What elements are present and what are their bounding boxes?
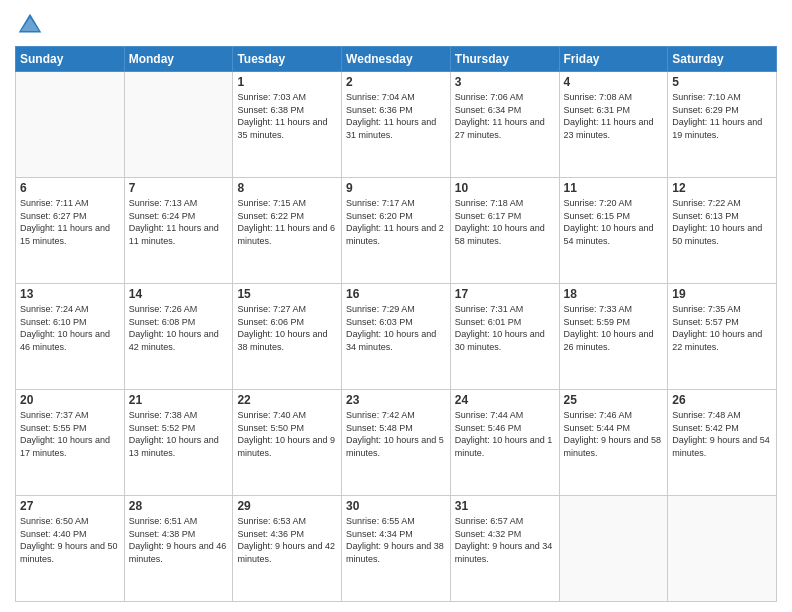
- day-number: 30: [346, 499, 446, 513]
- header: [15, 10, 777, 40]
- cell-info: Sunrise: 7:03 AMSunset: 6:38 PMDaylight:…: [237, 91, 337, 141]
- day-number: 10: [455, 181, 555, 195]
- cell-info: Sunrise: 7:26 AMSunset: 6:08 PMDaylight:…: [129, 303, 229, 353]
- calendar-cell: 24Sunrise: 7:44 AMSunset: 5:46 PMDayligh…: [450, 390, 559, 496]
- calendar-cell: 6Sunrise: 7:11 AMSunset: 6:27 PMDaylight…: [16, 178, 125, 284]
- day-number: 6: [20, 181, 120, 195]
- page: SundayMondayTuesdayWednesdayThursdayFrid…: [0, 0, 792, 612]
- calendar-cell: 7Sunrise: 7:13 AMSunset: 6:24 PMDaylight…: [124, 178, 233, 284]
- calendar-week-1: 1Sunrise: 7:03 AMSunset: 6:38 PMDaylight…: [16, 72, 777, 178]
- calendar-cell: 31Sunrise: 6:57 AMSunset: 4:32 PMDayligh…: [450, 496, 559, 602]
- day-number: 1: [237, 75, 337, 89]
- cell-info: Sunrise: 6:51 AMSunset: 4:38 PMDaylight:…: [129, 515, 229, 565]
- calendar-cell: [559, 496, 668, 602]
- weekday-header-monday: Monday: [124, 47, 233, 72]
- calendar-week-2: 6Sunrise: 7:11 AMSunset: 6:27 PMDaylight…: [16, 178, 777, 284]
- calendar-cell: 8Sunrise: 7:15 AMSunset: 6:22 PMDaylight…: [233, 178, 342, 284]
- cell-info: Sunrise: 7:17 AMSunset: 6:20 PMDaylight:…: [346, 197, 446, 247]
- day-number: 22: [237, 393, 337, 407]
- cell-info: Sunrise: 7:04 AMSunset: 6:36 PMDaylight:…: [346, 91, 446, 141]
- cell-info: Sunrise: 7:44 AMSunset: 5:46 PMDaylight:…: [455, 409, 555, 459]
- calendar-week-3: 13Sunrise: 7:24 AMSunset: 6:10 PMDayligh…: [16, 284, 777, 390]
- day-number: 7: [129, 181, 229, 195]
- day-number: 19: [672, 287, 772, 301]
- day-number: 2: [346, 75, 446, 89]
- day-number: 31: [455, 499, 555, 513]
- cell-info: Sunrise: 6:55 AMSunset: 4:34 PMDaylight:…: [346, 515, 446, 565]
- day-number: 14: [129, 287, 229, 301]
- cell-info: Sunrise: 6:50 AMSunset: 4:40 PMDaylight:…: [20, 515, 120, 565]
- cell-info: Sunrise: 7:08 AMSunset: 6:31 PMDaylight:…: [564, 91, 664, 141]
- day-number: 18: [564, 287, 664, 301]
- day-number: 5: [672, 75, 772, 89]
- calendar-cell: 3Sunrise: 7:06 AMSunset: 6:34 PMDaylight…: [450, 72, 559, 178]
- calendar-cell: 21Sunrise: 7:38 AMSunset: 5:52 PMDayligh…: [124, 390, 233, 496]
- cell-info: Sunrise: 7:22 AMSunset: 6:13 PMDaylight:…: [672, 197, 772, 247]
- weekday-header-sunday: Sunday: [16, 47, 125, 72]
- day-number: 25: [564, 393, 664, 407]
- cell-info: Sunrise: 6:53 AMSunset: 4:36 PMDaylight:…: [237, 515, 337, 565]
- calendar-cell: 26Sunrise: 7:48 AMSunset: 5:42 PMDayligh…: [668, 390, 777, 496]
- day-number: 3: [455, 75, 555, 89]
- cell-info: Sunrise: 7:27 AMSunset: 6:06 PMDaylight:…: [237, 303, 337, 353]
- day-number: 16: [346, 287, 446, 301]
- cell-info: Sunrise: 7:13 AMSunset: 6:24 PMDaylight:…: [129, 197, 229, 247]
- cell-info: Sunrise: 7:29 AMSunset: 6:03 PMDaylight:…: [346, 303, 446, 353]
- cell-info: Sunrise: 7:15 AMSunset: 6:22 PMDaylight:…: [237, 197, 337, 247]
- cell-info: Sunrise: 6:57 AMSunset: 4:32 PMDaylight:…: [455, 515, 555, 565]
- day-number: 20: [20, 393, 120, 407]
- calendar-cell: 15Sunrise: 7:27 AMSunset: 6:06 PMDayligh…: [233, 284, 342, 390]
- calendar-cell: 19Sunrise: 7:35 AMSunset: 5:57 PMDayligh…: [668, 284, 777, 390]
- day-number: 8: [237, 181, 337, 195]
- day-number: 11: [564, 181, 664, 195]
- calendar-cell: 1Sunrise: 7:03 AMSunset: 6:38 PMDaylight…: [233, 72, 342, 178]
- calendar-cell: 27Sunrise: 6:50 AMSunset: 4:40 PMDayligh…: [16, 496, 125, 602]
- day-number: 23: [346, 393, 446, 407]
- day-number: 13: [20, 287, 120, 301]
- calendar-cell: [124, 72, 233, 178]
- cell-info: Sunrise: 7:18 AMSunset: 6:17 PMDaylight:…: [455, 197, 555, 247]
- cell-info: Sunrise: 7:35 AMSunset: 5:57 PMDaylight:…: [672, 303, 772, 353]
- calendar-cell: 16Sunrise: 7:29 AMSunset: 6:03 PMDayligh…: [342, 284, 451, 390]
- cell-info: Sunrise: 7:20 AMSunset: 6:15 PMDaylight:…: [564, 197, 664, 247]
- day-number: 26: [672, 393, 772, 407]
- logo-icon: [15, 10, 45, 40]
- calendar-cell: 13Sunrise: 7:24 AMSunset: 6:10 PMDayligh…: [16, 284, 125, 390]
- day-number: 21: [129, 393, 229, 407]
- calendar-cell: [668, 496, 777, 602]
- calendar-cell: 30Sunrise: 6:55 AMSunset: 4:34 PMDayligh…: [342, 496, 451, 602]
- cell-info: Sunrise: 7:42 AMSunset: 5:48 PMDaylight:…: [346, 409, 446, 459]
- cell-info: Sunrise: 7:10 AMSunset: 6:29 PMDaylight:…: [672, 91, 772, 141]
- calendar-cell: 2Sunrise: 7:04 AMSunset: 6:36 PMDaylight…: [342, 72, 451, 178]
- calendar-cell: 18Sunrise: 7:33 AMSunset: 5:59 PMDayligh…: [559, 284, 668, 390]
- day-number: 12: [672, 181, 772, 195]
- day-number: 29: [237, 499, 337, 513]
- cell-info: Sunrise: 7:33 AMSunset: 5:59 PMDaylight:…: [564, 303, 664, 353]
- cell-info: Sunrise: 7:06 AMSunset: 6:34 PMDaylight:…: [455, 91, 555, 141]
- logo: [15, 10, 49, 40]
- calendar-week-4: 20Sunrise: 7:37 AMSunset: 5:55 PMDayligh…: [16, 390, 777, 496]
- calendar-cell: 28Sunrise: 6:51 AMSunset: 4:38 PMDayligh…: [124, 496, 233, 602]
- day-number: 27: [20, 499, 120, 513]
- weekday-header-friday: Friday: [559, 47, 668, 72]
- calendar-cell: [16, 72, 125, 178]
- weekday-header-thursday: Thursday: [450, 47, 559, 72]
- cell-info: Sunrise: 7:31 AMSunset: 6:01 PMDaylight:…: [455, 303, 555, 353]
- calendar-cell: 23Sunrise: 7:42 AMSunset: 5:48 PMDayligh…: [342, 390, 451, 496]
- calendar-table: SundayMondayTuesdayWednesdayThursdayFrid…: [15, 46, 777, 602]
- calendar-cell: 5Sunrise: 7:10 AMSunset: 6:29 PMDaylight…: [668, 72, 777, 178]
- day-number: 4: [564, 75, 664, 89]
- day-number: 17: [455, 287, 555, 301]
- day-number: 9: [346, 181, 446, 195]
- weekday-header-row: SundayMondayTuesdayWednesdayThursdayFrid…: [16, 47, 777, 72]
- cell-info: Sunrise: 7:37 AMSunset: 5:55 PMDaylight:…: [20, 409, 120, 459]
- calendar-cell: 22Sunrise: 7:40 AMSunset: 5:50 PMDayligh…: [233, 390, 342, 496]
- calendar-cell: 10Sunrise: 7:18 AMSunset: 6:17 PMDayligh…: [450, 178, 559, 284]
- calendar-cell: 29Sunrise: 6:53 AMSunset: 4:36 PMDayligh…: [233, 496, 342, 602]
- day-number: 24: [455, 393, 555, 407]
- calendar-cell: 11Sunrise: 7:20 AMSunset: 6:15 PMDayligh…: [559, 178, 668, 284]
- cell-info: Sunrise: 7:11 AMSunset: 6:27 PMDaylight:…: [20, 197, 120, 247]
- weekday-header-tuesday: Tuesday: [233, 47, 342, 72]
- day-number: 15: [237, 287, 337, 301]
- calendar-cell: 17Sunrise: 7:31 AMSunset: 6:01 PMDayligh…: [450, 284, 559, 390]
